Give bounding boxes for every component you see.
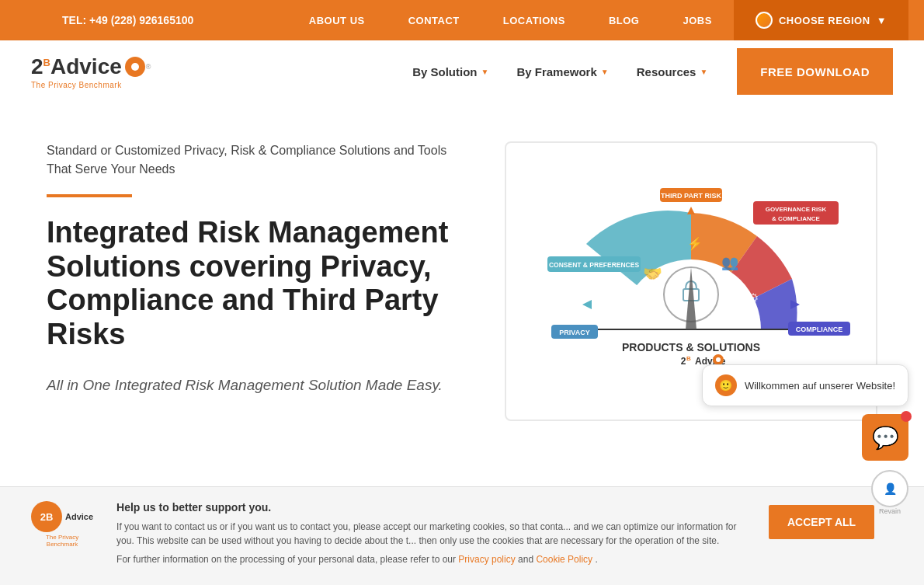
svg-text:👥: 👥 — [721, 254, 739, 271]
logo-reg: ® — [146, 63, 151, 71]
svg-text:PRIVACY: PRIVACY — [559, 329, 589, 336]
free-download-button[interactable]: FREE DOWNLOAD — [737, 48, 893, 95]
hero-link: All in One Integrated Risk Management So… — [47, 375, 474, 396]
svg-text:⚙: ⚙ — [748, 291, 759, 305]
phone-number: TEL: +49 (228) 926165100 — [16, 14, 193, 26]
gauge-container: THIRD PART RISK CONSENT & PREFERENCES CO… — [524, 158, 858, 384]
region-caret: ▼ — [877, 15, 887, 26]
nav-about-us[interactable]: ABOUT US — [287, 0, 387, 40]
main-nav-links: By Solution ▼ By Framework ▼ Resources ▼… — [398, 48, 893, 95]
logo-advice: Advice — [50, 54, 122, 79]
hero-text: Standard or Customized Privacy, Risk & C… — [47, 141, 474, 395]
logo-circle — [125, 57, 145, 77]
choose-region-button[interactable]: CHOOSE REGION ▼ — [734, 0, 908, 40]
region-icon — [756, 12, 773, 29]
svg-text:⚡: ⚡ — [687, 236, 703, 251]
svg-text:PRODUCTS & SOLUTIONS: PRODUCTS & SOLUTIONS — [622, 341, 760, 353]
svg-marker-5 — [582, 300, 592, 309]
nav-contact[interactable]: CONTACT — [387, 0, 481, 40]
chat-bubble: 🙂 Willkommen auf unserer Website! — [702, 364, 908, 406]
chat-bubble-text: Willkommen auf unserer Website! — [745, 380, 895, 392]
hero-subtitle: Standard or Customized Privacy, Risk & C… — [47, 141, 474, 179]
main-nav: 2B Advice ® The Privacy Benchmark By Sol… — [0, 40, 924, 103]
svg-text:& COMPLIANCE: & COMPLIANCE — [772, 215, 820, 222]
chat-icon: 💬 — [872, 425, 899, 451]
hero-link-suffix: . — [438, 377, 442, 393]
chat-avatar: 🙂 — [715, 374, 737, 396]
logo-2b: 2B — [31, 56, 50, 78]
region-label: CHOOSE REGION — [779, 15, 870, 26]
svg-text:CONSENT & PREFERENCES: CONSENT & PREFERENCES — [549, 261, 640, 269]
nav-jobs[interactable]: JOBS — [661, 0, 733, 40]
by-framework-caret: ▼ — [601, 68, 609, 76]
chat-badge — [901, 411, 912, 422]
chat-widget: 🙂 Willkommen auf unserer Website! 💬 — [702, 364, 908, 452]
logo-tagline: The Privacy Benchmark — [31, 81, 151, 89]
by-solution-caret: ▼ — [481, 68, 489, 76]
chat-button[interactable]: 💬 — [862, 414, 908, 452]
svg-text:GOVERNANCE RISK: GOVERNANCE RISK — [766, 206, 827, 213]
logo-sup: B — [43, 56, 50, 68]
svg-text:2: 2 — [681, 356, 686, 367]
svg-text:THIRD PART RISK: THIRD PART RISK — [661, 192, 721, 200]
top-bar: TEL: +49 (228) 926165100 ABOUT US CONTAC… — [0, 0, 924, 40]
hero-title: Integrated Risk Management Solutions cov… — [47, 216, 474, 352]
svg-text:B: B — [686, 355, 691, 362]
svg-text:🤝: 🤝 — [643, 264, 662, 283]
top-bar-nav: ABOUT US CONTACT LOCATIONS BLOG JOBS — [287, 0, 734, 40]
nav-resources[interactable]: Resources ▼ — [623, 65, 722, 78]
svg-marker-9 — [687, 207, 695, 214]
svg-point-30 — [716, 357, 721, 362]
nav-by-solution[interactable]: By Solution ▼ — [398, 65, 502, 78]
svg-text:COMPLIANCE: COMPLIANCE — [796, 326, 843, 333]
nav-by-framework[interactable]: By Framework ▼ — [502, 65, 622, 78]
hero-divider — [47, 194, 132, 197]
resources-caret: ▼ — [700, 68, 707, 76]
logo[interactable]: 2B Advice ® The Privacy Benchmark — [31, 54, 151, 89]
nav-locations[interactable]: LOCATIONS — [481, 0, 587, 40]
gauge-svg: THIRD PART RISK CONSENT & PREFERENCES CO… — [524, 158, 858, 376]
nav-blog[interactable]: BLOG — [587, 0, 662, 40]
